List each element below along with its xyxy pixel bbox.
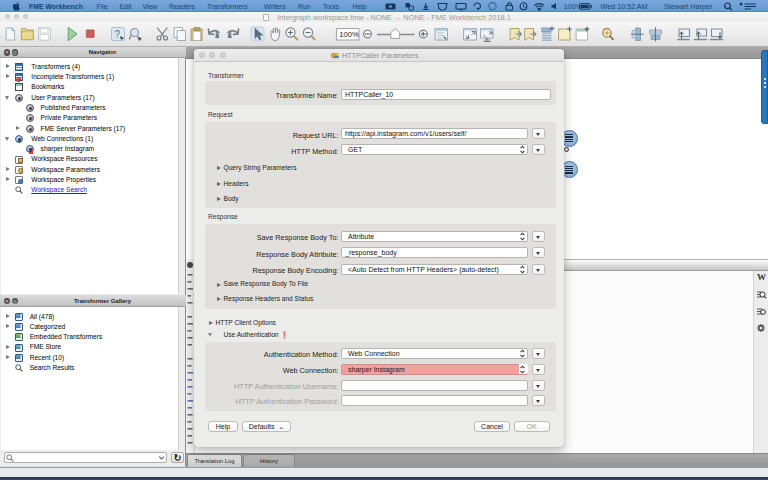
svg-text:100%: 100% [339, 30, 359, 39]
svg-text:?: ? [115, 29, 121, 40]
